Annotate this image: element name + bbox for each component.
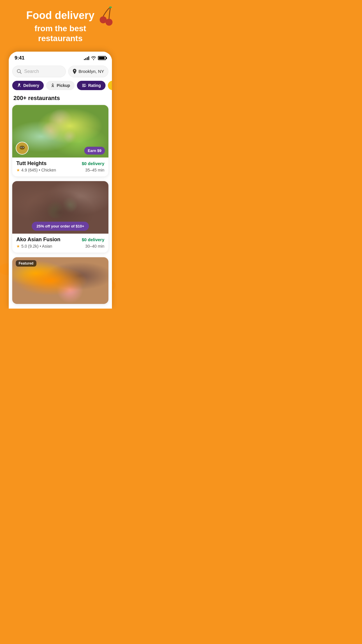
tab-delivery-label: Delivery (23, 83, 39, 88)
rating-icon (82, 83, 86, 88)
status-bar: 9:41 (9, 52, 112, 63)
tab-pickup-label: Pickup (57, 83, 70, 88)
card-info: Tutt Heights $0 delivery ★ 4.9 (645) • C… (12, 158, 108, 176)
search-location-row: Search Brooklyn, NY (9, 63, 112, 81)
status-icons (84, 56, 106, 60)
card-name-row: Tutt Heights $0 delivery (16, 160, 104, 167)
star-icon: ★ (16, 168, 20, 172)
card-meta-row: ★ 5.0 (9.2k) • Asian 30–40 min (16, 244, 104, 249)
search-placeholder: Search (24, 69, 39, 74)
card-image: 25% off your order of $10+ (12, 181, 108, 234)
svg-point-18 (21, 147, 22, 148)
svg-point-8 (18, 83, 20, 85)
card-name-row: Ako Asian Fusion $0 delivery (16, 237, 104, 243)
delivery-fee: $0 delivery (82, 237, 104, 242)
tab-rating-label: Rating (88, 83, 101, 88)
earn-badge: Earn $9 (84, 147, 105, 155)
delivery-time: 30–40 min (85, 244, 104, 249)
search-icon (17, 69, 22, 74)
location-text: Brooklyn, NY (78, 69, 104, 74)
hero-subtitle: from the bestrestaurants (6, 24, 115, 43)
tab-delivery[interactable]: Delivery (12, 81, 44, 90)
svg-point-15 (20, 145, 25, 150)
delivery-icon (17, 83, 22, 88)
restaurant-name: Tutt Heights (16, 160, 47, 167)
location-bar[interactable]: Brooklyn, NY (68, 66, 108, 77)
signal-icon (84, 56, 89, 60)
walk-icon (51, 83, 55, 88)
card-info: Ako Asian Fusion $0 delivery ★ 5.0 (9.2k… (12, 234, 108, 253)
svg-line-7 (20, 72, 22, 74)
battery-icon (98, 56, 106, 60)
restaurant-name: Ako Asian Fusion (16, 237, 60, 243)
restaurant-logo (16, 142, 29, 155)
card-meta-row: ★ 4.9 (645) • Chicken 35–45 min (16, 168, 104, 172)
rating-cuisine: ★ 4.9 (645) • Chicken (16, 168, 56, 172)
search-bar[interactable]: Search (12, 66, 66, 77)
restaurant-card[interactable]: Featured (12, 257, 108, 304)
delivery-time: 35–45 min (85, 168, 104, 172)
location-pin-icon (73, 69, 77, 74)
status-time: 9:41 (15, 55, 24, 61)
hero-title: Food delivery (6, 9, 115, 21)
phone-mockup: 9:41 (9, 52, 112, 309)
hero-section: Food delivery from the bestrestaurants 9… (0, 0, 121, 309)
restaurant-card[interactable]: 25% off your order of $10+ Ako Asian Fus… (12, 181, 108, 253)
star-icon: ★ (16, 244, 20, 249)
restaurant-card[interactable]: Earn $9 Tutt Heights $0 delivery ★ 4.9 ( (12, 105, 108, 176)
card-image: Featured (12, 257, 108, 304)
svg-point-2 (109, 6, 112, 8)
restaurant-list: Earn $9 Tutt Heights $0 delivery ★ 4.9 ( (9, 105, 112, 309)
rating-cuisine: ★ 5.0 (9.2k) • Asian (16, 244, 52, 249)
discount-badge: 25% off your order of $10+ (32, 222, 89, 231)
wifi-icon (91, 56, 96, 60)
card-image: Earn $9 (12, 105, 108, 158)
delivery-fee: $0 delivery (82, 161, 104, 166)
svg-point-10 (52, 83, 53, 84)
featured-badge: Featured (16, 260, 36, 267)
earn-badge-text: Earn $9 (88, 148, 101, 153)
rating-text: 5.0 (9.2k) • Asian (21, 244, 52, 249)
svg-point-19 (23, 147, 24, 148)
tab-gh-plus[interactable]: GH+ Gr (108, 81, 112, 90)
tab-pickup[interactable]: Pickup (46, 81, 75, 90)
tab-rating[interactable]: Rating (77, 81, 106, 90)
rating-text: 4.9 (645) • Chicken (21, 168, 56, 172)
filter-tabs: Delivery Pickup Rating (9, 81, 112, 94)
restaurant-count: 200+ restaurants (9, 94, 112, 105)
discount-badge-container: 25% off your order of $10+ (12, 222, 108, 231)
